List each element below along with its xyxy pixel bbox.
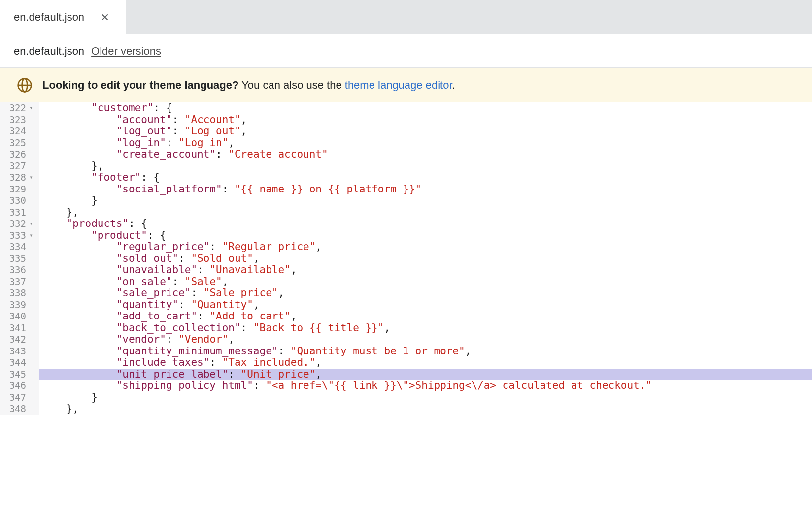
code-line[interactable]: "sold_out": "Sold out", bbox=[39, 253, 812, 265]
code-line[interactable]: "quantity": "Quantity", bbox=[39, 299, 812, 311]
code-line[interactable]: "quantity_minimum_message": "Quantity mu… bbox=[39, 346, 812, 357]
gutter-line: 332▾ bbox=[0, 218, 36, 230]
gutter-line: 341 bbox=[0, 322, 36, 334]
gutter-line: 328▾ bbox=[0, 172, 36, 184]
fold-arrow-icon[interactable]: ▾ bbox=[28, 218, 34, 230]
gutter-line: 334 bbox=[0, 241, 36, 253]
globe-icon bbox=[17, 77, 33, 93]
gutter-line: 336 bbox=[0, 264, 36, 276]
code-line[interactable]: "product": { bbox=[39, 230, 812, 242]
code-line[interactable]: }, bbox=[39, 160, 812, 172]
gutter-line: 347 bbox=[0, 392, 36, 404]
gutter-line: 333▾ bbox=[0, 230, 36, 242]
gutter-line: 327 bbox=[0, 160, 36, 172]
tab-bar: en.default.json bbox=[0, 0, 812, 34]
code-line[interactable]: "log_in": "Log in", bbox=[39, 137, 812, 149]
gutter-line: 329 bbox=[0, 184, 36, 195]
gutter-line: 331 bbox=[0, 207, 36, 219]
banner-strong: Looking to edit your theme language? bbox=[42, 79, 238, 91]
info-banner: Looking to edit your theme language? You… bbox=[0, 68, 812, 102]
gutter-line: 325 bbox=[0, 137, 36, 149]
gutter-line: 348 bbox=[0, 403, 36, 415]
gutter-line: 344 bbox=[0, 357, 36, 369]
code-line[interactable]: "sale_price": "Sale price", bbox=[39, 287, 812, 299]
theme-language-editor-link[interactable]: theme language editor bbox=[345, 79, 452, 91]
code-line[interactable]: } bbox=[39, 392, 812, 404]
code-line[interactable]: } bbox=[39, 195, 812, 207]
banner-text: Looking to edit your theme language? You… bbox=[42, 79, 455, 92]
code-line[interactable]: "back_to_collection": "Back to {{ title … bbox=[39, 322, 812, 334]
gutter-line: 335 bbox=[0, 253, 36, 265]
code-line[interactable]: "unavailable": "Unavailable", bbox=[39, 264, 812, 276]
code-line[interactable]: "vendor": "Vendor", bbox=[39, 334, 812, 346]
code-line[interactable]: "shipping_policy_html": "<a href=\"{{ li… bbox=[39, 380, 812, 392]
gutter: 322▾323324325326327328▾329330331332▾333▾… bbox=[0, 102, 39, 415]
code-line[interactable]: }, bbox=[39, 403, 812, 415]
code-line[interactable]: }, bbox=[39, 207, 812, 219]
code-editor[interactable]: 322▾323324325326327328▾329330331332▾333▾… bbox=[0, 102, 812, 415]
gutter-line: 322▾ bbox=[0, 102, 36, 114]
fold-arrow-icon[interactable]: ▾ bbox=[28, 102, 34, 114]
tab-file[interactable]: en.default.json bbox=[0, 0, 126, 34]
gutter-line: 338 bbox=[0, 287, 36, 299]
close-icon[interactable] bbox=[98, 10, 112, 24]
code-area[interactable]: "customer": { "account": "Account", "log… bbox=[39, 102, 812, 415]
gutter-line: 339 bbox=[0, 299, 36, 311]
gutter-line: 330 bbox=[0, 195, 36, 207]
code-line[interactable]: "add_to_cart": "Add to cart", bbox=[39, 311, 812, 322]
code-line[interactable]: "regular_price": "Regular price", bbox=[39, 241, 812, 253]
breadcrumb-filename: en.default.json bbox=[14, 45, 84, 58]
code-line[interactable]: "customer": { bbox=[39, 102, 812, 114]
code-line[interactable]: "account": "Account", bbox=[39, 114, 812, 126]
gutter-line: 340 bbox=[0, 311, 36, 322]
code-line[interactable]: "products": { bbox=[39, 218, 812, 230]
gutter-line: 343 bbox=[0, 346, 36, 357]
code-line[interactable]: "create_account": "Create account" bbox=[39, 149, 812, 160]
banner-middle: You can also use the bbox=[238, 79, 344, 91]
gutter-line: 326 bbox=[0, 149, 36, 160]
gutter-line: 323 bbox=[0, 114, 36, 126]
code-line[interactable]: "log_out": "Log out", bbox=[39, 126, 812, 137]
code-line[interactable]: "footer": { bbox=[39, 172, 812, 184]
gutter-line: 346 bbox=[0, 380, 36, 392]
code-line[interactable]: "unit_price_label": "Unit price", bbox=[39, 369, 812, 381]
older-versions-link[interactable]: Older versions bbox=[91, 45, 161, 58]
gutter-line: 337 bbox=[0, 276, 36, 288]
breadcrumb: en.default.json Older versions bbox=[0, 34, 812, 68]
code-line[interactable]: "include_taxes": "Tax included.", bbox=[39, 357, 812, 369]
fold-arrow-icon[interactable]: ▾ bbox=[28, 172, 34, 184]
gutter-line: 324 bbox=[0, 126, 36, 137]
code-line[interactable]: "on_sale": "Sale", bbox=[39, 276, 812, 288]
gutter-line: 342 bbox=[0, 334, 36, 346]
gutter-line: 345 bbox=[0, 369, 36, 381]
code-line[interactable]: "social_platform": "{{ name }} on {{ pla… bbox=[39, 184, 812, 195]
banner-after: . bbox=[452, 79, 455, 91]
fold-arrow-icon[interactable]: ▾ bbox=[28, 230, 34, 242]
tab-label: en.default.json bbox=[14, 11, 84, 24]
